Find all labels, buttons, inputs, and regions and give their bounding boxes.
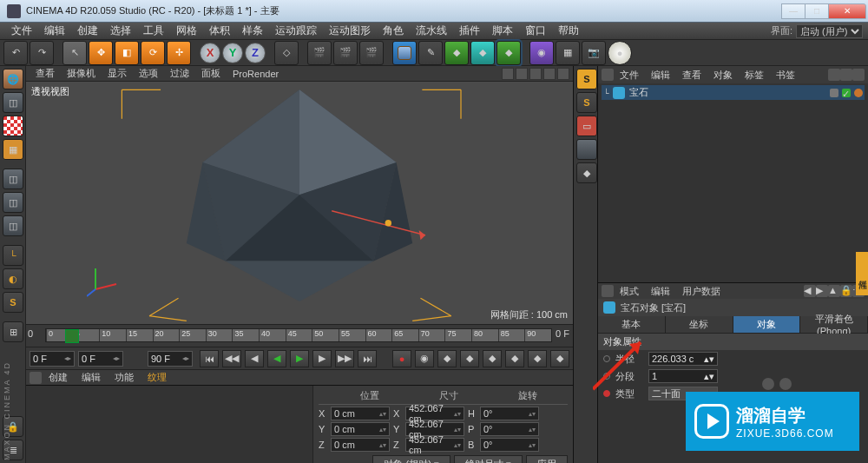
menu-script[interactable]: 脚本 — [486, 23, 519, 38]
menu-pipeline[interactable]: 流水线 — [410, 23, 453, 38]
texture-mode-icon[interactable]: ▦ — [3, 139, 23, 160]
attr-grip-icon[interactable] — [602, 285, 614, 297]
attr-tab-userdata[interactable]: 用户数据 — [676, 285, 727, 298]
axis-mode-icon[interactable]: └ — [3, 245, 23, 266]
menu-plugins[interactable]: 插件 — [453, 23, 486, 38]
subtab-basic[interactable]: 基本 — [598, 316, 666, 333]
rot-b[interactable]: 0°▴▾ — [480, 438, 539, 452]
generator-nurbs[interactable]: ◆ — [444, 41, 469, 65]
apply-button[interactable]: 应用 — [526, 455, 568, 463]
next-frame[interactable]: ▶ — [312, 350, 332, 367]
autokey[interactable]: ◉ — [415, 350, 434, 367]
vp-icon-5[interactable] — [557, 68, 569, 80]
coord-system[interactable]: ◇ — [274, 41, 299, 65]
attr-nav-back-icon[interactable]: ◀ — [804, 285, 816, 297]
vm-prorender[interactable]: ProRender — [227, 69, 285, 79]
goto-end[interactable]: ⏭ — [358, 350, 377, 367]
render-settings[interactable]: 🎬 — [359, 41, 384, 65]
window-minimize[interactable]: — — [781, 3, 806, 19]
step-fwd[interactable]: ▶▶ — [335, 350, 354, 367]
menu-tools[interactable]: 工具 — [137, 23, 170, 38]
pos-z[interactable]: 0 cm▴▾ — [331, 438, 390, 452]
tag-s2-icon[interactable]: S — [576, 92, 597, 113]
menu-volume[interactable]: 体积 — [203, 23, 236, 38]
anim-dot-radius[interactable] — [603, 355, 610, 362]
pos-y[interactable]: 0 cm▴▾ — [331, 422, 390, 436]
filter-icon[interactable] — [852, 69, 865, 81]
material-manager[interactable] — [26, 386, 312, 463]
tag-s-icon[interactable]: S — [576, 69, 597, 89]
obj-tab-bookmark[interactable]: 书签 — [770, 69, 801, 82]
vp-icon-3[interactable] — [529, 68, 542, 80]
vm-panel[interactable]: 面板 — [195, 67, 227, 80]
subtab-phong[interactable]: 平滑着色(Phong) — [800, 316, 868, 333]
mat-tab-texture[interactable]: 纹理 — [141, 371, 174, 384]
window-close[interactable]: ✕ — [828, 3, 866, 19]
mat-tab-edit[interactable]: 编辑 — [75, 371, 108, 384]
menu-create[interactable]: 创建 — [71, 23, 104, 38]
timeline-playhead[interactable] — [65, 329, 79, 343]
rot-p[interactable]: 0°▴▾ — [480, 422, 539, 436]
vm-camera[interactable]: 摄像机 — [61, 67, 102, 80]
attr-nav-up-icon[interactable]: ▲ — [828, 285, 840, 297]
recent-tool[interactable]: ✢ — [167, 41, 191, 65]
window-maximize[interactable]: □ — [805, 3, 829, 19]
vm-view[interactable]: 查看 — [30, 67, 61, 80]
light-tool[interactable]: ● — [608, 41, 632, 65]
viewport-3d[interactable]: 透视视图 — [26, 82, 573, 324]
poly-mode-icon[interactable]: ◫ — [3, 215, 23, 236]
editable-icon[interactable]: ◫ — [3, 92, 23, 113]
mat-tab-func[interactable]: 功能 — [108, 371, 141, 384]
menu-tracking[interactable]: 运动跟踪 — [269, 23, 323, 38]
materials-grip-icon[interactable] — [30, 372, 42, 384]
menu-mograph[interactable]: 运动图形 — [323, 23, 377, 38]
menu-spline[interactable]: 样条 — [236, 23, 269, 38]
redo-button[interactable]: ↷ — [30, 41, 54, 65]
tag-box-icon[interactable]: ▭ — [576, 116, 597, 136]
vm-options[interactable]: 选项 — [133, 67, 164, 80]
anim-dot-type[interactable] — [603, 390, 610, 397]
attr-lock-icon[interactable]: 🔒 — [840, 285, 852, 297]
object-manager[interactable]: └ 宝石 ✓ — [598, 83, 868, 283]
vp-icon-1[interactable] — [502, 68, 514, 80]
vm-filter[interactable]: 过滤 — [164, 67, 195, 80]
size-z[interactable]: 452.067 cm▴▾ — [405, 438, 464, 452]
obj-tab-file[interactable]: 文件 — [614, 69, 645, 82]
field-radius[interactable]: 226.033 c▴▾ — [648, 352, 718, 366]
point-mode-icon[interactable]: ◫ — [3, 169, 23, 189]
generator-array[interactable]: ◆ — [470, 41, 495, 65]
attr-tab-edit[interactable]: 编辑 — [645, 285, 676, 298]
tag-cube-icon[interactable] — [576, 139, 597, 160]
viewport-solo-icon[interactable]: ◐ — [3, 268, 23, 289]
environment[interactable]: ▦ — [556, 41, 580, 65]
menu-edit[interactable]: 编辑 — [38, 23, 71, 38]
tag-gen-icon[interactable]: ◆ — [576, 162, 597, 183]
camera-tool[interactable]: 📷 — [582, 41, 606, 65]
size-mode-select[interactable]: 绝对尺寸 ▾ — [454, 455, 523, 463]
render-view[interactable]: 🎬 — [307, 41, 332, 65]
subtab-coord[interactable]: 坐标 — [666, 316, 733, 333]
prim-spline[interactable]: ✎ — [418, 41, 443, 65]
field-segments[interactable]: 1▴▾ — [648, 369, 718, 383]
goto-start[interactable]: ⏮ — [200, 350, 219, 367]
visibility-toggle[interactable] — [830, 89, 838, 97]
menu-select[interactable]: 选择 — [104, 23, 137, 38]
current-frame-field[interactable]: 0 F◂▸ — [78, 351, 123, 367]
eye-icon[interactable] — [840, 69, 852, 81]
axis-z-toggle[interactable]: Z — [245, 43, 266, 63]
undo-button[interactable]: ↶ — [3, 41, 28, 65]
enable-toggle[interactable]: ✓ — [842, 89, 851, 97]
render-region[interactable]: 🎬 — [333, 41, 358, 65]
keyset-1[interactable]: ◆ — [437, 350, 457, 367]
keyset-4[interactable]: ◆ — [505, 350, 524, 367]
timeline-ruler[interactable]: 0 0 5 10 15 20 25 30 35 40 45 50 55 60 6… — [26, 324, 573, 347]
search-icon[interactable] — [828, 69, 840, 81]
deformer[interactable]: ◉ — [529, 41, 554, 65]
end-frame-field[interactable]: 90 F◂▸ — [148, 351, 193, 367]
obj-tab-object[interactable]: 对象 — [707, 69, 739, 82]
attr-nav-fwd-icon[interactable]: ▶ — [816, 285, 828, 297]
play-back[interactable]: ◀ — [267, 350, 286, 367]
prim-cube[interactable] — [392, 41, 417, 65]
attr-tab-mode[interactable]: 模式 — [614, 285, 645, 298]
vp-icon-4[interactable] — [543, 68, 556, 80]
